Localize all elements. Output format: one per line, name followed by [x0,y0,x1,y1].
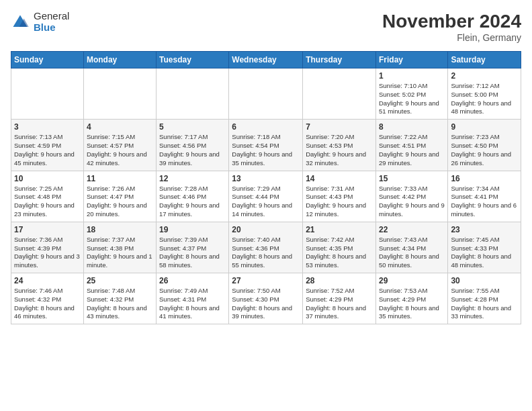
week-row-4: 17Sunrise: 7:36 AM Sunset: 4:39 PM Dayli… [11,222,521,273]
day-number: 25 [87,276,153,285]
calendar-cell: 2Sunrise: 7:12 AM Sunset: 5:00 PM Daylig… [448,68,521,120]
day-number: 23 [451,225,518,234]
calendar-cell: 21Sunrise: 7:42 AM Sunset: 4:35 PM Dayli… [303,222,376,273]
calendar-subtitle: Flein, Germany [382,32,521,43]
day-number: 3 [14,122,81,132]
header-day-saturday: Saturday [448,52,521,68]
day-info: Sunrise: 7:50 AM Sunset: 4:30 PM Dayligh… [232,287,300,321]
week-row-3: 10Sunrise: 7:25 AM Sunset: 4:48 PM Dayli… [11,171,521,222]
day-info: Sunrise: 7:40 AM Sunset: 4:36 PM Dayligh… [232,236,300,270]
calendar-cell: 4Sunrise: 7:15 AM Sunset: 4:57 PM Daylig… [83,120,156,171]
calendar-cell: 20Sunrise: 7:40 AM Sunset: 4:36 PM Dayli… [229,222,303,273]
calendar-cell: 27Sunrise: 7:50 AM Sunset: 4:30 PM Dayli… [229,273,303,324]
day-info: Sunrise: 7:45 AM Sunset: 4:33 PM Dayligh… [451,236,518,270]
calendar-cell: 29Sunrise: 7:53 AM Sunset: 4:29 PM Dayli… [375,273,447,324]
day-number: 10 [14,174,81,183]
day-info: Sunrise: 7:12 AM Sunset: 5:00 PM Dayligh… [451,82,518,116]
calendar-cell: 14Sunrise: 7:31 AM Sunset: 4:43 PM Dayli… [303,171,376,222]
day-info: Sunrise: 7:17 AM Sunset: 4:56 PM Dayligh… [159,133,226,167]
day-info: Sunrise: 7:15 AM Sunset: 4:57 PM Dayligh… [87,133,153,167]
day-info: Sunrise: 7:18 AM Sunset: 4:54 PM Dayligh… [232,133,300,167]
calendar-cell: 24Sunrise: 7:46 AM Sunset: 4:32 PM Dayli… [11,273,84,324]
calendar-cell: 8Sunrise: 7:22 AM Sunset: 4:51 PM Daylig… [375,120,447,171]
header-day-sunday: Sunday [11,52,84,68]
day-number: 20 [232,225,300,234]
day-number: 15 [379,174,445,183]
day-number: 13 [232,174,300,183]
day-number: 18 [87,225,153,234]
week-row-1: 1Sunrise: 7:10 AM Sunset: 5:02 PM Daylig… [11,68,521,120]
calendar-cell: 26Sunrise: 7:49 AM Sunset: 4:31 PM Dayli… [157,273,229,324]
calendar-cell: 11Sunrise: 7:26 AM Sunset: 4:47 PM Dayli… [83,171,156,222]
logo-icon [11,13,30,32]
calendar-cell: 18Sunrise: 7:37 AM Sunset: 4:38 PM Dayli… [83,222,156,273]
calendar-cell [83,68,156,120]
day-number: 17 [14,225,81,234]
day-number: 2 [451,71,518,81]
day-info: Sunrise: 7:29 AM Sunset: 4:44 PM Dayligh… [232,185,300,219]
logo: General Blue [11,11,69,33]
calendar-cell: 30Sunrise: 7:55 AM Sunset: 4:28 PM Dayli… [448,273,521,324]
calendar-cell [157,68,229,120]
day-number: 4 [87,122,153,132]
calendar-cell: 12Sunrise: 7:28 AM Sunset: 4:46 PM Dayli… [157,171,229,222]
day-number: 5 [159,122,226,132]
day-number: 1 [379,71,445,81]
calendar-cell: 19Sunrise: 7:39 AM Sunset: 4:37 PM Dayli… [157,222,229,273]
calendar-cell: 6Sunrise: 7:18 AM Sunset: 4:54 PM Daylig… [229,120,303,171]
day-info: Sunrise: 7:13 AM Sunset: 4:59 PM Dayligh… [14,133,81,167]
day-number: 19 [159,225,226,234]
day-number: 21 [306,225,373,234]
day-number: 27 [232,276,300,285]
calendar-cell [11,68,84,120]
day-number: 26 [159,276,226,285]
header-day-tuesday: Tuesday [157,52,229,68]
calendar-cell: 28Sunrise: 7:52 AM Sunset: 4:29 PM Dayli… [303,273,376,324]
day-info: Sunrise: 7:43 AM Sunset: 4:34 PM Dayligh… [379,236,445,270]
calendar-header: SundayMondayTuesdayWednesdayThursdayFrid… [11,52,521,68]
header-day-friday: Friday [375,52,447,68]
day-info: Sunrise: 7:48 AM Sunset: 4:32 PM Dayligh… [87,287,153,321]
day-info: Sunrise: 7:42 AM Sunset: 4:35 PM Dayligh… [306,236,373,270]
calendar-body: 1Sunrise: 7:10 AM Sunset: 5:02 PM Daylig… [11,68,521,324]
calendar-cell [303,68,376,120]
day-number: 16 [451,174,518,183]
week-row-2: 3Sunrise: 7:13 AM Sunset: 4:59 PM Daylig… [11,120,521,171]
day-number: 7 [306,122,373,132]
calendar-cell: 9Sunrise: 7:23 AM Sunset: 4:50 PM Daylig… [448,120,521,171]
week-row-5: 24Sunrise: 7:46 AM Sunset: 4:32 PM Dayli… [11,273,521,324]
day-number: 22 [379,225,445,234]
day-info: Sunrise: 7:55 AM Sunset: 4:28 PM Dayligh… [451,287,518,321]
day-number: 29 [379,276,445,285]
calendar-cell: 15Sunrise: 7:33 AM Sunset: 4:42 PM Dayli… [375,171,447,222]
header-day-monday: Monday [83,52,156,68]
calendar-cell [229,68,303,120]
header-day-thursday: Thursday [303,52,376,68]
day-info: Sunrise: 7:46 AM Sunset: 4:32 PM Dayligh… [14,287,81,321]
day-info: Sunrise: 7:25 AM Sunset: 4:48 PM Dayligh… [14,185,81,219]
day-info: Sunrise: 7:37 AM Sunset: 4:38 PM Dayligh… [87,236,153,270]
day-info: Sunrise: 7:34 AM Sunset: 4:41 PM Dayligh… [451,185,518,219]
header-row: SundayMondayTuesdayWednesdayThursdayFrid… [11,52,521,68]
calendar-cell: 25Sunrise: 7:48 AM Sunset: 4:32 PM Dayli… [83,273,156,324]
day-number: 11 [87,174,153,183]
logo-blue-text: Blue [34,22,69,34]
day-number: 8 [379,122,445,132]
day-info: Sunrise: 7:52 AM Sunset: 4:29 PM Dayligh… [306,287,373,321]
day-number: 24 [14,276,81,285]
calendar-cell: 23Sunrise: 7:45 AM Sunset: 4:33 PM Dayli… [448,222,521,273]
day-info: Sunrise: 7:23 AM Sunset: 4:50 PM Dayligh… [451,133,518,167]
header-day-wednesday: Wednesday [229,52,303,68]
logo-general-text: General [34,11,69,22]
day-info: Sunrise: 7:26 AM Sunset: 4:47 PM Dayligh… [87,185,153,219]
calendar-cell: 7Sunrise: 7:20 AM Sunset: 4:53 PM Daylig… [303,120,376,171]
day-info: Sunrise: 7:33 AM Sunset: 4:42 PM Dayligh… [379,185,445,219]
day-number: 9 [451,122,518,132]
day-info: Sunrise: 7:53 AM Sunset: 4:29 PM Dayligh… [379,287,445,321]
title-block: November 2024 Flein, Germany [382,11,521,43]
day-info: Sunrise: 7:36 AM Sunset: 4:39 PM Dayligh… [14,236,81,270]
day-number: 28 [306,276,373,285]
day-info: Sunrise: 7:10 AM Sunset: 5:02 PM Dayligh… [379,82,445,116]
day-info: Sunrise: 7:31 AM Sunset: 4:43 PM Dayligh… [306,185,373,219]
page-header: General Blue November 2024 Flein, German… [11,11,521,43]
